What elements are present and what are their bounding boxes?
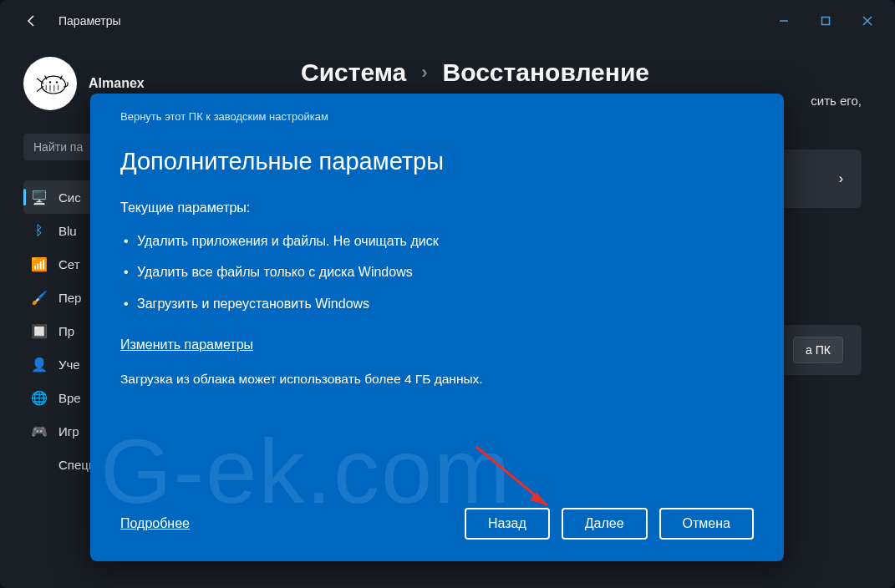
settings-list: Удалить приложения и файлы. Не очищать д… [120, 226, 754, 320]
sidebar-item-label: Сет [58, 257, 80, 271]
sidebar-item-label: Вре [58, 391, 81, 405]
titlebar: Параметры [0, 0, 895, 42]
reset-dialog: Вернуть этот ПК к заводским настройкам Д… [90, 94, 784, 561]
bluetooth-icon: ᛒ [32, 223, 47, 238]
svg-point-3 [49, 81, 51, 83]
close-button[interactable] [847, 4, 888, 38]
game-icon: 🎮 [32, 423, 47, 438]
sidebar-item-label: Blu [58, 224, 77, 238]
current-settings-label: Текущие параметры: [120, 197, 754, 219]
list-item: Удалить приложения и файлы. Не очищать д… [120, 226, 754, 257]
breadcrumb: Система › Восстановление [301, 58, 862, 87]
account-icon: 👤 [32, 357, 47, 372]
back-button[interactable]: Назад [465, 508, 550, 540]
dialog-subtitle: Вернуть этот ПК к заводским настройкам [120, 110, 754, 123]
time-icon: 🌐 [32, 390, 47, 405]
minimize-button[interactable] [763, 4, 805, 38]
svg-point-4 [56, 81, 58, 83]
brush-icon: 🖌️ [32, 290, 47, 305]
dialog-title: Дополнительные параметры [120, 148, 754, 175]
sidebar-item-label: Пр [58, 324, 74, 338]
maximize-button[interactable] [805, 4, 847, 38]
chevron-right-icon: › [839, 171, 843, 186]
sidebar-item-label: Пер [58, 291, 81, 305]
svg-point-2 [42, 76, 66, 94]
apps-icon: 🔲 [32, 323, 47, 338]
cancel-button[interactable]: Отмена [659, 508, 754, 540]
back-button[interactable] [17, 6, 47, 36]
next-button[interactable]: Далее [562, 508, 648, 540]
sidebar-item-label: Сис [58, 190, 81, 205]
chevron-right-icon: › [421, 62, 427, 84]
svg-rect-1 [822, 18, 830, 25]
breadcrumb-recovery: Восстановление [443, 58, 649, 87]
list-item: Загрузить и переустановить Windows [120, 288, 754, 320]
sidebar-item-label: Уче [58, 357, 80, 372]
avatar [23, 57, 77, 110]
cloud-note: Загрузка из облака может использовать бо… [120, 369, 754, 390]
display-icon: 🖥️ [32, 190, 47, 205]
sidebar-item-label: Игр [58, 424, 79, 438]
list-item: Удалить все файлы только с диска Windows [120, 256, 754, 288]
breadcrumb-system[interactable]: Система [301, 58, 406, 87]
profile-name: Almanex [89, 76, 145, 91]
wifi-icon: 📶 [32, 256, 47, 271]
learn-more-link[interactable]: Подробнее [120, 516, 190, 531]
access-icon [32, 457, 47, 472]
reset-pc-button[interactable]: а ПК [793, 337, 843, 363]
change-settings-link[interactable]: Изменить параметры [120, 334, 253, 356]
app-title: Параметры [58, 14, 121, 28]
